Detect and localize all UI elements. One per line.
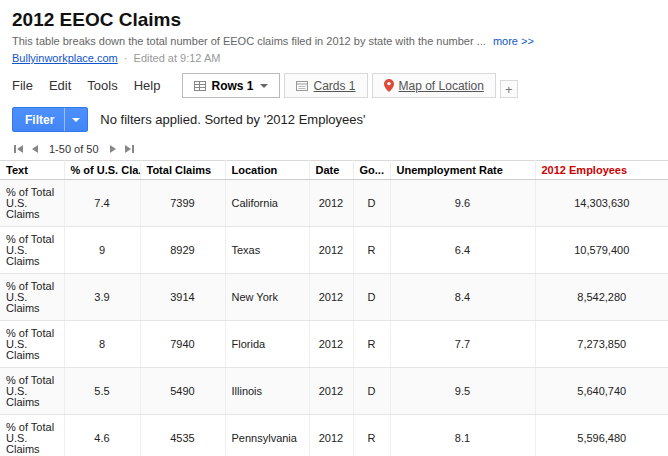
- cell-governor: D: [353, 368, 390, 415]
- cell-unemployment-rate: 9.6: [390, 180, 535, 227]
- cell-text: % of Total U.S. Claims: [0, 227, 64, 274]
- source-line: Bullyinworkplace.com · Edited at 9:12 AM: [12, 51, 656, 65]
- tab-rows-label: Rows 1: [211, 79, 253, 93]
- cell-total-claims: 8929: [140, 227, 225, 274]
- tab-cards[interactable]: Cards 1: [284, 73, 367, 98]
- cell-total-claims: 5490: [140, 368, 225, 415]
- cell-2012-employees: 5,596,480: [535, 415, 668, 456]
- cell-unemployment-rate: 6.4: [390, 227, 535, 274]
- cell-text: % of Total U.S. Claims: [0, 321, 64, 368]
- cell-governor: R: [353, 321, 390, 368]
- col-header-2012-employees[interactable]: 2012 Employees: [535, 161, 668, 180]
- cell-governor: D: [353, 274, 390, 321]
- previous-page-button[interactable]: [27, 142, 42, 156]
- cell-total-claims: 7399: [140, 180, 225, 227]
- cell-text: % of Total U.S. Claims: [0, 368, 64, 415]
- next-page-button[interactable]: [106, 142, 121, 156]
- chevron-down-icon: [260, 84, 268, 88]
- cell-unemployment-rate: 7.7: [390, 321, 535, 368]
- cell-pct-us-claims: 8: [64, 321, 140, 368]
- col-header-governor[interactable]: Go...: [353, 161, 390, 180]
- cards-icon: [296, 80, 308, 92]
- cell-governor: R: [353, 415, 390, 456]
- col-header-unemployment-rate[interactable]: Unemployment Rate: [390, 161, 535, 180]
- filter-button[interactable]: Filter: [12, 107, 88, 132]
- first-page-button[interactable]: [10, 142, 27, 156]
- cell-text: % of Total U.S. Claims: [0, 415, 64, 456]
- page-range-label: 1-50 of 50: [49, 143, 99, 155]
- cell-location: Texas: [225, 227, 309, 274]
- cell-date: 2012: [309, 368, 353, 415]
- tab-map-label: Map of Location: [399, 79, 484, 93]
- cell-location: Florida: [225, 321, 309, 368]
- filter-row: Filter No filters applied. Sorted by '20…: [0, 98, 668, 140]
- col-header-date[interactable]: Date: [309, 161, 353, 180]
- cell-location: Illinois: [225, 368, 309, 415]
- source-link[interactable]: Bullyinworkplace.com: [12, 52, 118, 64]
- next-page-icon: [109, 144, 118, 154]
- view-tabs: Rows 1 Cards 1 Map of Location +: [182, 73, 517, 98]
- tab-rows[interactable]: Rows 1: [182, 73, 280, 98]
- col-header-total-claims[interactable]: Total Claims: [140, 161, 225, 180]
- menu-edit[interactable]: Edit: [49, 78, 71, 93]
- cell-pct-us-claims: 3.9: [64, 274, 140, 321]
- cell-pct-us-claims: 4.6: [64, 415, 140, 456]
- col-header-pct-us-claims[interactable]: % of U.S. Cla...: [64, 161, 140, 180]
- table-row[interactable]: % of Total U.S. Claims 3.9 3914 New York…: [0, 274, 668, 321]
- table-row[interactable]: % of Total U.S. Claims 4.6 4535 Pennsylv…: [0, 415, 668, 456]
- cell-pct-us-claims: 9: [64, 227, 140, 274]
- more-link[interactable]: more >>: [493, 35, 534, 47]
- cell-unemployment-rate: 8.4: [390, 274, 535, 321]
- chevron-down-icon: [72, 118, 80, 122]
- menu-bar: File Edit Tools Help Rows 1 Cards 1 Map …: [0, 67, 668, 98]
- cell-total-claims: 4535: [140, 415, 225, 456]
- cell-pct-us-claims: 5.5: [64, 368, 140, 415]
- page-title: 2012 EEOC Claims: [12, 8, 656, 31]
- add-view-button[interactable]: +: [500, 80, 518, 98]
- table-row[interactable]: % of Total U.S. Claims 8 7940 Florida 20…: [0, 321, 668, 368]
- cell-total-claims: 3914: [140, 274, 225, 321]
- first-page-icon: [13, 144, 24, 154]
- cell-governor: R: [353, 227, 390, 274]
- cell-unemployment-rate: 8.1: [390, 415, 535, 456]
- cell-date: 2012: [309, 321, 353, 368]
- menu-file[interactable]: File: [12, 78, 33, 93]
- menu-help[interactable]: Help: [134, 78, 161, 93]
- description-text: This table breaks down the total number …: [12, 35, 486, 47]
- data-table: Text % of U.S. Cla... Total Claims Locat…: [0, 160, 668, 456]
- table-row[interactable]: % of Total U.S. Claims 7.4 7399 Californ…: [0, 180, 668, 227]
- pagination-bar: 1-50 of 50: [0, 140, 668, 160]
- last-page-icon: [124, 144, 135, 154]
- table-header-row: Text % of U.S. Cla... Total Claims Locat…: [0, 161, 668, 180]
- cell-total-claims: 7940: [140, 321, 225, 368]
- rows-grid-icon: [194, 80, 206, 92]
- menu-tools[interactable]: Tools: [87, 78, 117, 93]
- cell-unemployment-rate: 9.5: [390, 368, 535, 415]
- page-header: 2012 EEOC Claims This table breaks down …: [0, 0, 668, 67]
- last-page-button[interactable]: [121, 142, 138, 156]
- cell-2012-employees: 10,579,400: [535, 227, 668, 274]
- separator: ·: [124, 52, 128, 64]
- filter-dropdown-toggle[interactable]: [64, 108, 87, 131]
- cell-location: New York: [225, 274, 309, 321]
- tab-cards-label: Cards 1: [313, 79, 355, 93]
- filter-button-label: Filter: [13, 108, 64, 131]
- filter-status-text: No filters applied. Sorted by '2012 Empl…: [100, 112, 365, 127]
- cell-date: 2012: [309, 274, 353, 321]
- menu-items: File Edit Tools Help: [12, 78, 160, 98]
- tab-map-of-location[interactable]: Map of Location: [372, 73, 496, 98]
- col-header-text[interactable]: Text: [0, 161, 64, 180]
- cell-2012-employees: 14,303,630: [535, 180, 668, 227]
- table-row[interactable]: % of Total U.S. Claims 9 8929 Texas 2012…: [0, 227, 668, 274]
- cell-date: 2012: [309, 227, 353, 274]
- cell-date: 2012: [309, 180, 353, 227]
- cell-date: 2012: [309, 415, 353, 456]
- cell-governor: D: [353, 180, 390, 227]
- edited-timestamp: Edited at 9:12 AM: [134, 52, 221, 64]
- cell-location: Pennsylvania: [225, 415, 309, 456]
- table-row[interactable]: % of Total U.S. Claims 5.5 5490 Illinois…: [0, 368, 668, 415]
- col-header-location[interactable]: Location: [225, 161, 309, 180]
- cell-location: California: [225, 180, 309, 227]
- cell-text: % of Total U.S. Claims: [0, 180, 64, 227]
- table-body: % of Total U.S. Claims 7.4 7399 Californ…: [0, 180, 668, 456]
